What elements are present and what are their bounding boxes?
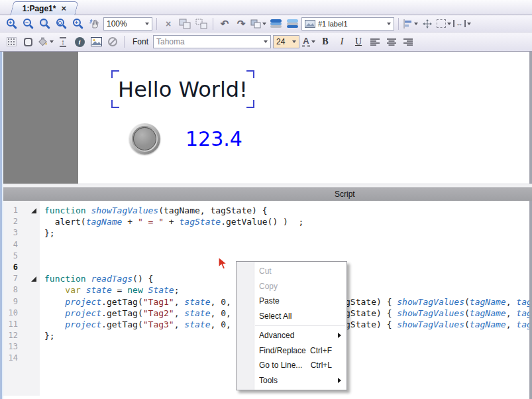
code-line[interactable] (44, 251, 529, 262)
script-panel-header[interactable]: Script (3, 187, 532, 201)
grid-toggle-icon[interactable] (4, 35, 19, 48)
gutter-row: 11 (3, 319, 40, 330)
gutter-row: 8 (3, 284, 40, 296)
mouse-cursor-icon (218, 256, 229, 274)
element-selector-combobox[interactable]: #1 label1 (301, 17, 394, 30)
gutter-row: 2 (3, 216, 40, 227)
fill-color-icon[interactable] (37, 35, 54, 48)
menu-item-copy[interactable]: Copy (237, 279, 346, 294)
submenu-arrow-icon (338, 333, 341, 338)
zoom-level-combobox[interactable]: 100% (103, 17, 152, 30)
menu-item-tools[interactable]: Tools (237, 373, 346, 388)
menu-item-label: Select All (259, 312, 292, 321)
context-menu: CutCopyPasteSelect AllAdvancedFind/Repla… (236, 261, 347, 390)
chevron-down-icon (50, 40, 54, 43)
ungroup-icon[interactable] (194, 17, 209, 30)
shape-style-icon[interactable] (21, 35, 35, 48)
gutter-row: 5 (3, 251, 40, 262)
gutter-numbers: 1234567891011121314 (3, 201, 40, 396)
selection-corner-icon (246, 100, 254, 108)
send-to-back-icon[interactable] (285, 17, 299, 30)
align-left-icon[interactable] (368, 35, 382, 48)
menu-item-paste[interactable]: Paste (237, 294, 346, 309)
line-number: 9 (3, 296, 18, 308)
gutter-row: 9 (3, 296, 40, 308)
gutter-row: 3 (3, 227, 40, 239)
label-widget-selected[interactable]: Hello World! (111, 70, 254, 108)
button-widget[interactable] (129, 123, 160, 154)
line-number: 7 (3, 273, 18, 284)
tab-close-icon[interactable]: × (61, 5, 66, 12)
line-number: 12 (3, 330, 18, 341)
menu-item-label: Find/Replace (259, 346, 306, 355)
line-number: 8 (3, 284, 18, 296)
font-size-value: 24 (276, 37, 285, 46)
code-line[interactable]: alert(tagName + " = " + tagState.getValu… (44, 216, 529, 227)
font-size-combobox[interactable]: 24 (273, 35, 299, 48)
value-widget[interactable]: 123.4 (186, 127, 242, 150)
line-number: 3 (3, 227, 18, 239)
toolbar-format: ↕ i Font Tahoma 24 A B I U (0, 32, 532, 52)
horizontal-spacing-icon[interactable]: ↔ (453, 17, 471, 30)
gutter-row: 13 (3, 341, 40, 353)
zoom-region-icon[interactable]: + (70, 17, 85, 30)
gutter-row: 10 (3, 308, 40, 319)
line-number: 1 (3, 205, 18, 216)
font-name-combobox[interactable]: Tahoma (153, 35, 271, 48)
chevron-down-icon (414, 23, 418, 25)
bold-button[interactable]: B (318, 35, 333, 48)
image-icon[interactable] (89, 35, 103, 48)
zoom-fit-icon[interactable]: ◇ (54, 17, 68, 30)
menu-item-label: Cut (259, 266, 272, 276)
fold-marker-icon[interactable] (31, 276, 36, 282)
tab-title: 1:Page1* (23, 4, 56, 13)
tab-page1[interactable]: 1:Page1* × (10, 1, 78, 15)
group-icon[interactable] (178, 17, 192, 30)
menu-item-advanced[interactable]: Advanced (237, 328, 346, 343)
menu-item-find-replace[interactable]: Find/ReplaceCtrl+F (237, 343, 346, 359)
gutter-row: 6 (3, 262, 40, 273)
selection-corner-icon (246, 70, 254, 78)
vertical-spacing-icon[interactable]: ↕ (56, 35, 70, 48)
menu-item-cut[interactable]: Cut (237, 264, 346, 279)
gutter-row: 1 (3, 205, 40, 216)
delete-icon[interactable]: × (161, 17, 176, 30)
code-line[interactable]: }; (44, 227, 529, 239)
align-elements-icon[interactable] (403, 17, 418, 30)
same-size-icon[interactable] (437, 17, 451, 30)
no-style-icon[interactable] (105, 35, 120, 48)
code-line[interactable]: function showTagValues(tagName, tagState… (44, 205, 529, 216)
chevron-down-icon (387, 23, 391, 25)
zoom-out-icon[interactable]: − (21, 17, 35, 30)
z-order-icon[interactable] (250, 17, 266, 30)
line-number: 2 (3, 216, 18, 227)
pan-hand-icon[interactable] (87, 17, 101, 30)
fold-marker-icon[interactable] (31, 208, 36, 213)
underline-button[interactable]: U (351, 35, 366, 48)
menu-item-label: Go to Line... (259, 361, 302, 370)
menu-item-label: Copy (259, 282, 278, 291)
rotate-left-icon[interactable]: ↶ (217, 17, 232, 30)
center-element-icon[interactable] (420, 17, 435, 30)
info-icon[interactable]: i (72, 35, 87, 48)
rotate-right-icon[interactable]: ↷ (234, 17, 248, 30)
font-label: Font (133, 37, 148, 46)
zoom-in-icon[interactable]: + (4, 17, 19, 30)
align-right-icon[interactable] (401, 35, 415, 48)
font-name-value: Tahoma (156, 37, 185, 46)
line-number: 10 (3, 308, 18, 319)
menu-item-select-all[interactable]: Select All (237, 309, 346, 324)
code-line[interactable] (44, 239, 529, 251)
chevron-down-icon (311, 40, 315, 43)
zoom-page-icon[interactable]: □ (37, 17, 52, 30)
selection-corner-icon (111, 100, 119, 108)
menu-item-go-to-line[interactable]: Go to Line...Ctrl+L (237, 358, 346, 373)
bring-to-front-icon[interactable] (268, 17, 283, 30)
menu-item-shortcut: Ctrl+F (310, 346, 341, 355)
align-center-icon[interactable] (384, 35, 399, 48)
menu-item-label: Paste (259, 296, 280, 306)
line-number: 11 (3, 319, 18, 330)
element-selector-value: #1 label1 (318, 20, 348, 28)
font-color-icon[interactable]: A (301, 35, 316, 48)
italic-button[interactable]: I (335, 35, 349, 48)
